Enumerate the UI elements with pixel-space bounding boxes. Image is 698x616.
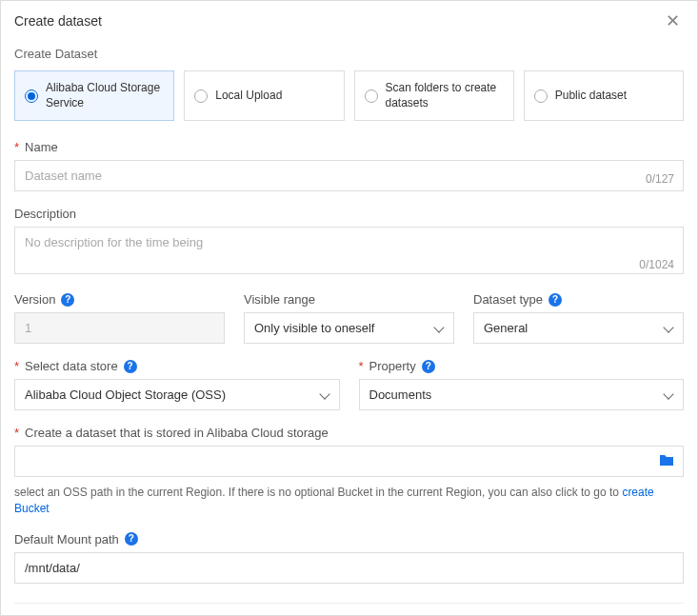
property-select[interactable] — [359, 379, 685, 410]
source-public-dataset[interactable]: Public dataset — [524, 70, 684, 121]
dialog-title: Create dataset — [14, 13, 102, 29]
version-input — [14, 312, 225, 344]
radio-icon — [194, 89, 208, 103]
visible-range-select[interactable] — [244, 312, 454, 344]
source-label: Local Upload — [215, 89, 282, 104]
property-label: Property ? — [359, 359, 685, 373]
storage-path-input[interactable] — [14, 446, 684, 477]
storage-path-hint: select an OSS path in the current Region… — [14, 485, 684, 517]
name-input[interactable] — [14, 160, 684, 191]
create-dataset-dialog: Create dataset ✕ Create Dataset Alibaba … — [0, 0, 698, 616]
visible-range-label: Visible range — [244, 292, 454, 307]
folder-icon[interactable] — [659, 453, 674, 470]
datastore-select[interactable] — [14, 379, 340, 410]
help-icon[interactable]: ? — [422, 360, 435, 373]
description-input[interactable] — [14, 227, 684, 274]
dataset-type-label: Dataset type ? — [473, 292, 684, 307]
name-label: Name — [14, 140, 684, 154]
divider — [14, 603, 684, 604]
source-local-upload[interactable]: Local Upload — [184, 70, 344, 121]
source-label: Alibaba Cloud Storage Service — [46, 81, 164, 110]
radio-icon — [365, 89, 378, 103]
name-counter: 0/127 — [646, 172, 674, 186]
description-counter: 0/1024 — [639, 258, 674, 271]
help-icon[interactable]: ? — [124, 360, 137, 373]
source-label: Scan folders to create datasets — [386, 81, 504, 110]
description-label: Description — [14, 207, 684, 221]
mount-path-input[interactable] — [14, 552, 684, 584]
radio-icon — [534, 89, 548, 103]
help-icon[interactable]: ? — [61, 293, 74, 307]
storage-path-label: Create a dataset that is stored in Aliba… — [14, 426, 684, 440]
source-label: Public dataset — [555, 89, 627, 104]
source-alibaba-storage[interactable]: Alibaba Cloud Storage Service — [14, 70, 174, 121]
dataset-type-select[interactable] — [473, 312, 684, 344]
help-icon[interactable]: ? — [125, 532, 138, 546]
help-icon[interactable]: ? — [548, 293, 562, 307]
data-source-options: Alibaba Cloud Storage Service Local Uplo… — [14, 70, 684, 121]
close-icon[interactable]: ✕ — [662, 10, 684, 31]
datastore-label: Select data store ? — [14, 359, 340, 373]
mount-path-label: Default Mount path ? — [14, 532, 684, 546]
create-dataset-section-label: Create Dataset — [14, 47, 684, 61]
source-scan-folders[interactable]: Scan folders to create datasets — [354, 70, 514, 121]
version-label: Version ? — [14, 292, 225, 307]
radio-icon — [25, 89, 38, 103]
